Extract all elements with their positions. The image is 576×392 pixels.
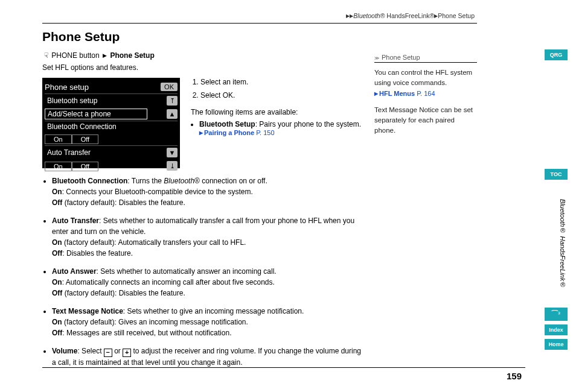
scroll-top-icon: ⤒ [167,96,178,106]
item-volume: Volume: Select − or + to adjust the rece… [52,346,362,368]
step-2: Select OK. [200,91,362,100]
top-rule [42,23,477,24]
page-number: 159 [507,371,522,381]
item-bluetooth-connection: Bluetooth Connection: Turns the Bluetoot… [52,175,362,208]
section-label: Bluetooth® HandsFreeLink® [555,199,566,302]
hand-cursor-icon: ☟ [42,51,50,60]
side-heading: ≫Phone Setup [374,54,477,61]
breadcrumb: ▶▶Bluetooth® HandsFreeLink®▶Phone Setup [42,12,477,19]
tab-home[interactable]: Home [545,339,568,350]
link-arrow-icon: ▸ [374,90,378,97]
tab-voice[interactable]: ⁀ᵌ [545,308,568,321]
device-auto-transfer: Auto Transfer [45,147,93,158]
scroll-bottom-icon: ⤓ [167,161,178,171]
item-auto-answer: Auto Answer: Sets whether to automatical… [52,266,362,299]
plus-icon: + [123,349,131,357]
link-hfl-menus[interactable]: HFL Menus P. 164 [379,90,435,97]
minus-icon: − [104,349,112,357]
side-p2: Text Message Notice can be set separatel… [374,105,477,136]
device-bt-setup: Bluetooth setup [45,95,100,106]
side-p1: You can control the HFL system using voi… [374,68,477,99]
device-at-on: On [45,162,72,171]
device-bt-off: Off [72,134,98,144]
scroll-down-icon: ▼ [167,148,178,157]
tab-toc[interactable]: TOC [545,169,568,180]
device-bt-on: On [45,134,72,144]
item-bluetooth-setup: Bluetooth Setup: Pairs your phone to the… [199,120,362,137]
item-auto-transfer: Auto Transfer: Sets whether to automatic… [52,215,362,259]
nav-path: ☟ PHONE button ▶ Phone Setup [42,51,362,60]
side-rule [374,62,477,63]
side-column: ≫Phone Setup You can control the HFL sys… [374,51,477,375]
device-add-select: Add/Select a phone [45,109,147,119]
scroll-up-icon: ▲ [167,109,178,119]
item-text-message-notice: Text Message Notice: Sets whether to giv… [52,306,362,338]
device-title: Phone setup [45,83,89,92]
steps-column: Select an item. Select OK. The following… [191,78,362,138]
link-arrow-icon: ▸ [199,128,203,137]
step-1: Select an item. [200,78,362,86]
available-intro: The following items are available: [191,108,362,116]
tab-qrg[interactable]: QRG [545,49,568,60]
main-column: ☟ PHONE button ▶ Phone Setup Set HFL opt… [42,51,362,375]
page-title: Phone Setup [42,30,477,44]
device-at-off: Off [72,162,98,171]
link-pairing-phone[interactable]: Pairing a Phone P. 150 [204,129,275,136]
device-ok-button: OK [161,83,178,91]
bottom-rule [42,367,525,368]
intro-text: Set HFL options and features. [42,63,362,72]
tab-index[interactable]: Index [545,324,568,335]
device-bt-conn: Bluetooth Connection [45,121,178,132]
device-screenshot: Phone setup OK Bluetooth setup ⤒ Add/Sel… [42,78,180,168]
